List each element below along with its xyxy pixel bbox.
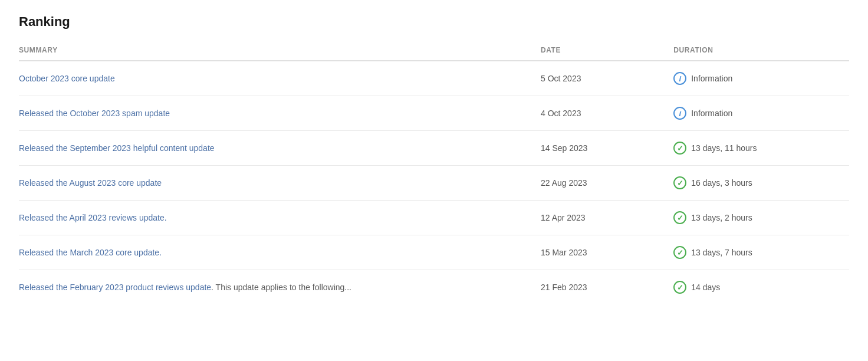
duration-cell: ✓13 days, 2 hours [666, 201, 849, 235]
info-icon: i [673, 72, 686, 85]
table-row: Released the September 2023 helpful cont… [19, 131, 849, 166]
duration-text: 13 days, 7 hours [691, 248, 752, 257]
summary-link[interactable]: Released the October 2023 spam update [19, 109, 170, 118]
duration-cell: ✓13 days, 11 hours [666, 131, 849, 166]
duration-text: Information [691, 74, 732, 83]
summary-link[interactable]: Released the August 2023 core update [19, 178, 162, 188]
table-row: October 2023 core update5 Oct 2023iInfor… [19, 61, 849, 96]
check-icon: ✓ [673, 246, 686, 259]
date-cell: 15 Mar 2023 [534, 235, 666, 270]
duration-cell: iInformation [666, 96, 849, 131]
check-icon: ✓ [673, 211, 686, 224]
table-row: Released the March 2023 core update.15 M… [19, 235, 849, 270]
summary-link[interactable]: Released the September 2023 helpful cont… [19, 143, 215, 153]
page-title: Ranking [19, 14, 849, 29]
header-date: DATE [534, 41, 666, 61]
header-summary: SUMMARY [19, 41, 534, 61]
check-icon: ✓ [673, 281, 686, 294]
date-cell: 21 Feb 2023 [534, 270, 666, 305]
check-icon: ✓ [673, 176, 686, 189]
date-cell: 4 Oct 2023 [534, 96, 666, 131]
summary-link[interactable]: October 2023 core update [19, 74, 115, 83]
header-duration: DURATION [666, 41, 849, 61]
table-row: Released the April 2023 reviews update.1… [19, 201, 849, 235]
summary-link[interactable]: Released the April 2023 reviews update. [19, 213, 167, 222]
date-cell: 22 Aug 2023 [534, 166, 666, 201]
duration-cell: ✓13 days, 7 hours [666, 235, 849, 270]
duration-cell: iInformation [666, 61, 849, 96]
duration-text: 13 days, 2 hours [691, 213, 752, 222]
date-cell: 5 Oct 2023 [534, 61, 666, 96]
duration-text: 14 days [691, 283, 720, 292]
duration-cell: ✓14 days [666, 270, 849, 305]
table-row: Released the August 2023 core update22 A… [19, 166, 849, 201]
summary-link[interactable]: Released the March 2023 core update. [19, 248, 162, 257]
duration-text: 13 days, 11 hours [691, 143, 757, 153]
ranking-table: SUMMARY DATE DURATION October 2023 core … [19, 41, 849, 304]
summary-link[interactable]: Released the February 2023 product revie… [19, 283, 211, 292]
date-cell: 14 Sep 2023 [534, 131, 666, 166]
duration-text: Information [691, 109, 732, 118]
date-cell: 12 Apr 2023 [534, 201, 666, 235]
table-row: Released the February 2023 product revie… [19, 270, 849, 305]
table-row: Released the October 2023 spam update4 O… [19, 96, 849, 131]
duration-cell: ✓16 days, 3 hours [666, 166, 849, 201]
summary-extra-text: . This update applies to the following..… [211, 283, 351, 292]
info-icon: i [673, 107, 686, 120]
check-icon: ✓ [673, 142, 686, 155]
table-header-row: SUMMARY DATE DURATION [19, 41, 849, 61]
duration-text: 16 days, 3 hours [691, 178, 752, 188]
